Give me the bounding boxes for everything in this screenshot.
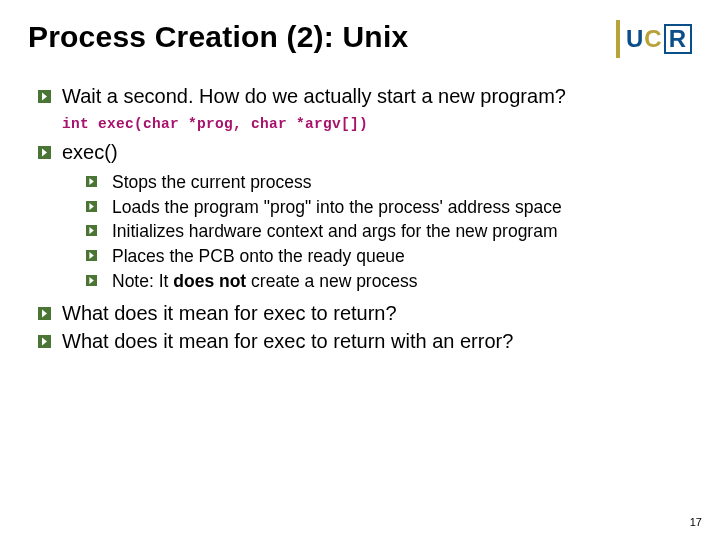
header: Process Creation (2): Unix UCR xyxy=(28,18,692,58)
slide: Process Creation (2): Unix UCR Wait a se… xyxy=(0,0,720,540)
list-item: Note: It does not create a new process xyxy=(86,270,692,294)
chevron-right-icon xyxy=(38,307,51,320)
chevron-right-icon xyxy=(86,250,97,261)
chevron-right-icon xyxy=(86,201,97,212)
bullet-text: What does it mean for exec to return? xyxy=(62,302,397,324)
logo-text: UCR xyxy=(626,24,692,53)
sub-bullet-list: Stops the current process Loads the prog… xyxy=(86,171,692,293)
content: Wait a second. How do we actually start … xyxy=(28,84,692,355)
page-number: 17 xyxy=(690,516,702,528)
bullet-text: Stops the current process xyxy=(112,172,311,192)
bullet-list: Wait a second. How do we actually start … xyxy=(38,84,692,355)
list-item: Stops the current process xyxy=(86,171,692,195)
code-line: int exec(char *prog, char *argv[]) xyxy=(38,116,692,132)
list-item: What does it mean for exec to return? xyxy=(38,301,692,327)
text-frag: create a new process xyxy=(246,271,417,291)
bullet-text: Note: It does not create a new process xyxy=(112,271,417,291)
list-item: exec() Stops the current process Loads t… xyxy=(38,140,692,294)
bullet-text: Places the PCB onto the ready queue xyxy=(112,246,405,266)
bullet-text: Wait a second. How do we actually start … xyxy=(62,85,566,107)
logo-letter-c: C xyxy=(644,25,662,52)
list-item: What does it mean for exec to return wit… xyxy=(38,329,692,355)
chevron-right-icon xyxy=(86,176,97,187)
chevron-right-icon xyxy=(38,90,51,103)
list-item: Loads the program "prog" into the proces… xyxy=(86,196,692,220)
ucr-logo: UCR xyxy=(616,18,692,58)
bullet-text: Loads the program "prog" into the proces… xyxy=(112,197,562,217)
chevron-right-icon xyxy=(38,146,51,159)
chevron-right-icon xyxy=(38,335,51,348)
bullet-text: What does it mean for exec to return wit… xyxy=(62,330,513,352)
logo-bar xyxy=(616,20,620,58)
text-bold: does not xyxy=(173,271,246,291)
list-item: Wait a second. How do we actually start … xyxy=(38,84,692,110)
page-title: Process Creation (2): Unix xyxy=(28,18,408,53)
text-frag: Note: It xyxy=(112,271,173,291)
list-item: Initializes hardware context and args fo… xyxy=(86,220,692,244)
list-item: Places the PCB onto the ready queue xyxy=(86,245,692,269)
bullet-text: exec() xyxy=(62,141,118,163)
logo-letter-r: R xyxy=(664,24,692,53)
chevron-right-icon xyxy=(86,275,97,286)
logo-letter-u: U xyxy=(626,25,644,52)
bullet-text: Initializes hardware context and args fo… xyxy=(112,221,558,241)
chevron-right-icon xyxy=(86,225,97,236)
